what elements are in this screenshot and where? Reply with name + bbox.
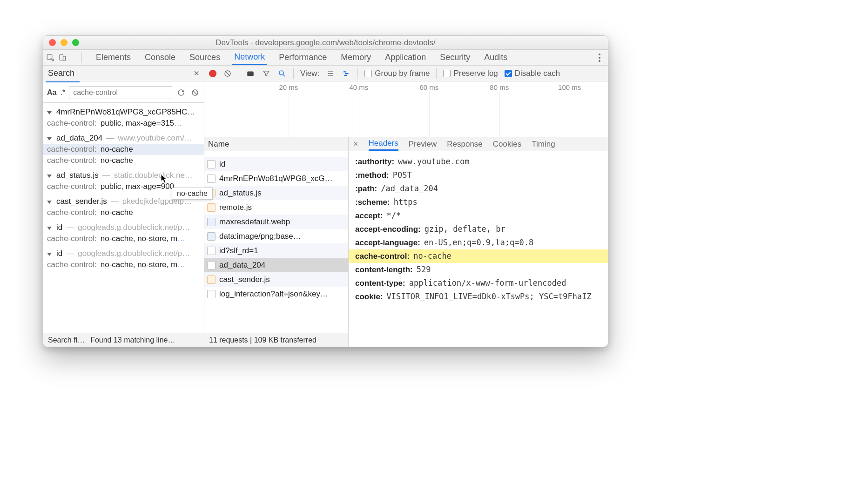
header-row[interactable]: content-type:application/x-www-form-urle… <box>349 276 608 290</box>
header-row[interactable]: accept-encoding:gzip, deflate, br <box>349 222 608 236</box>
inspect-element-icon[interactable] <box>46 54 54 62</box>
search-icon[interactable] <box>277 69 287 78</box>
disable-cache-checkbox[interactable]: Disable cach <box>505 69 560 78</box>
search-group-file: ad_status.js <box>56 171 99 180</box>
search-result-group[interactable]: 4mrRnEPnWo81qWPG8_xcGP85HC… <box>43 107 204 118</box>
header-row[interactable]: cookie:VISITOR_INFO1_LIVE=dDk0-xTswPs; Y… <box>349 290 608 303</box>
detail-tab-timing[interactable]: Timing <box>532 137 555 151</box>
detail-tab-preview[interactable]: Preview <box>409 137 437 151</box>
request-row[interactable]: log_interaction?alt=json&key… <box>204 287 348 301</box>
view-waterfall-icon[interactable] <box>342 69 351 78</box>
group-by-frame-checkbox[interactable]: Group by frame <box>364 69 430 78</box>
file-type-icon <box>207 232 216 241</box>
network-toolbar: View: Group by frame Preserve log Disabl… <box>204 66 608 81</box>
detail-tab-cookies[interactable]: Cookies <box>493 137 521 151</box>
search-result-hit[interactable]: cache-control: no-cache <box>43 207 204 218</box>
request-row[interactable]: cast_sender.js <box>204 272 348 287</box>
request-row[interactable] <box>204 151 348 157</box>
device-toggle-icon[interactable] <box>58 54 67 62</box>
search-group-host: static.doubleclick.ne… <box>114 171 193 180</box>
search-result-group[interactable]: ad_data_204 — www.youtube.com/… <box>43 133 204 144</box>
disclosure-triangle-icon[interactable] <box>47 175 52 178</box>
header-value: no-cache <box>413 251 451 261</box>
svg-rect-1 <box>60 54 63 60</box>
view-list-icon[interactable] <box>326 69 335 78</box>
detail-tab-headers[interactable]: Headers <box>369 137 398 151</box>
search-group-file: id <box>56 249 62 258</box>
request-name: maxresdefault.webp <box>219 217 290 227</box>
window-traffic-lights <box>49 39 79 46</box>
disclosure-triangle-icon[interactable] <box>47 201 52 204</box>
regex-toggle[interactable]: .* <box>60 88 65 97</box>
header-key: cache-control: <box>355 252 410 261</box>
search-group-file: id <box>56 223 62 232</box>
file-type-icon <box>207 175 216 183</box>
tab-security[interactable]: Security <box>438 50 472 65</box>
tab-elements[interactable]: Elements <box>94 50 133 65</box>
tab-network[interactable]: Network <box>232 50 267 65</box>
request-row[interactable]: id <box>204 157 348 171</box>
search-result-hit[interactable]: cache-control: no-cache, no-store, m… <box>43 233 204 244</box>
clear-icon[interactable] <box>190 87 200 98</box>
request-row[interactable]: remote.js <box>204 200 348 215</box>
tab-console[interactable]: Console <box>143 50 177 65</box>
search-result-hit[interactable]: cache-control: no-cache, no-store, m… <box>43 259 204 270</box>
request-detail-panel: × HeadersPreviewResponseCookiesTiming :a… <box>349 137 608 347</box>
header-row[interactable]: :scheme:https <box>349 195 608 209</box>
tab-sources[interactable]: Sources <box>188 50 222 65</box>
refresh-icon[interactable] <box>176 87 186 98</box>
header-row[interactable]: :authority:www.youtube.com <box>349 155 608 168</box>
request-row[interactable]: maxresdefault.webp <box>204 215 348 229</box>
header-key: content-length: <box>355 265 413 275</box>
close-window-button[interactable] <box>49 39 56 46</box>
header-row[interactable]: :method:POST <box>349 168 608 182</box>
screenshot-icon[interactable] <box>246 69 255 78</box>
request-row[interactable]: ad_status.js <box>204 186 348 200</box>
search-result-group[interactable]: ad_status.js — static.doubleclick.ne… <box>43 170 204 181</box>
tab-memory[interactable]: Memory <box>339 50 373 65</box>
network-summary: 11 requests | 109 KB transferred <box>204 333 348 347</box>
close-icon[interactable]: × <box>194 68 199 79</box>
request-row[interactable]: 4mrRnEPnWo81qWPG8_xcG… <box>204 171 348 186</box>
network-timeline[interactable]: 20 ms40 ms60 ms80 ms100 ms <box>204 81 608 137</box>
header-row[interactable]: content-length:529 <box>349 263 608 276</box>
search-panel: Search × Aa .* 4mrRnEPnWo81qWPG8_xcGP85H… <box>43 66 204 347</box>
request-row[interactable]: ad_data_204 <box>204 258 348 272</box>
file-type-icon <box>207 290 216 298</box>
request-row[interactable]: id?slf_rd=1 <box>204 243 348 258</box>
header-row[interactable]: cache-control:no-cache <box>349 249 608 263</box>
request-row[interactable]: data:image/png;base… <box>204 229 348 243</box>
name-column-header[interactable]: Name <box>204 137 348 151</box>
search-result-hit[interactable]: cache-control: public, max-age=315… <box>43 118 204 129</box>
match-case-toggle[interactable]: Aa <box>47 88 56 97</box>
preserve-log-checkbox[interactable]: Preserve log <box>443 69 498 78</box>
disclosure-triangle-icon[interactable] <box>47 137 52 141</box>
disclosure-triangle-icon[interactable] <box>47 111 52 114</box>
search-result-group[interactable]: id — googleads.g.doubleclick.net/p… <box>43 248 204 259</box>
search-result-group[interactable]: id — googleads.g.doubleclick.net/p… <box>43 222 204 233</box>
header-row[interactable]: accept:*/* <box>349 209 608 222</box>
file-type-icon <box>207 247 216 255</box>
minimize-window-button[interactable] <box>61 39 67 46</box>
filter-icon[interactable] <box>262 69 271 78</box>
svg-rect-2 <box>63 56 66 60</box>
detail-tabs: × HeadersPreviewResponseCookiesTiming <box>349 137 608 151</box>
more-options-icon[interactable] <box>599 54 600 62</box>
header-row[interactable]: accept-language:en-US,en;q=0.9,la;q=0.8 <box>349 236 608 249</box>
clear-log-icon[interactable] <box>223 69 232 78</box>
close-detail-icon[interactable]: × <box>353 139 358 149</box>
request-name: 4mrRnEPnWo81qWPG8_xcG… <box>219 174 332 183</box>
tab-application[interactable]: Application <box>383 50 428 65</box>
search-input[interactable] <box>69 86 172 99</box>
search-result-hit[interactable]: cache-control: no-cache <box>43 144 204 155</box>
tab-performance[interactable]: Performance <box>277 50 329 65</box>
detail-tab-response[interactable]: Response <box>447 137 483 151</box>
tab-audits[interactable]: Audits <box>482 50 509 65</box>
disclosure-triangle-icon[interactable] <box>47 253 52 256</box>
header-key: accept-encoding: <box>355 225 421 234</box>
header-row[interactable]: :path:/ad_data_204 <box>349 182 608 195</box>
zoom-window-button[interactable] <box>72 39 79 46</box>
record-button[interactable] <box>209 70 216 77</box>
search-result-hit[interactable]: cache-control: no-cache <box>43 155 204 166</box>
disclosure-triangle-icon[interactable] <box>47 227 52 230</box>
